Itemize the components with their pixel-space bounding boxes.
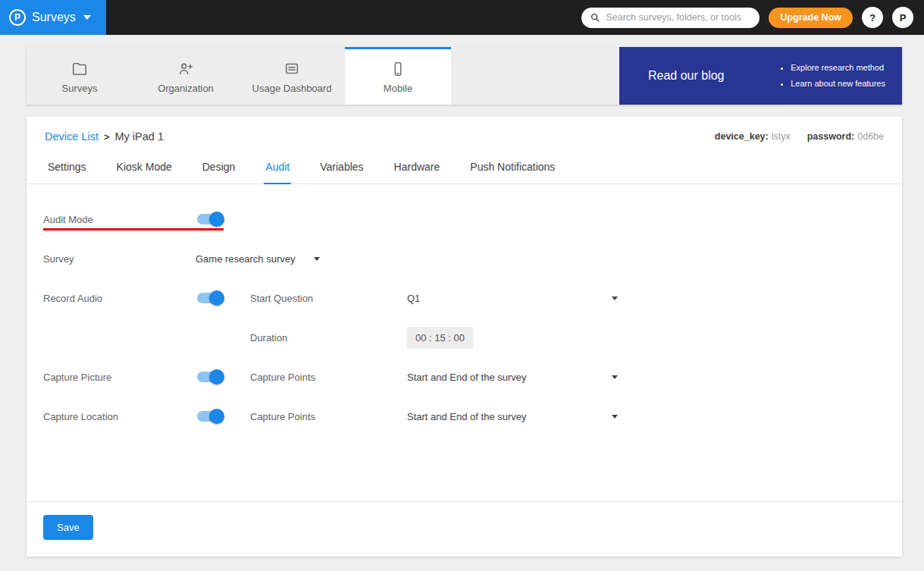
start-question-dropdown[interactable]: Q1 [407,293,618,304]
tab-variables[interactable]: Variables [318,152,365,184]
duration-label: Duration [250,332,407,344]
product-switcher[interactable]: P Surveys [0,0,106,35]
breadcrumb-separator-icon: > [104,131,110,143]
card-footer: Save [27,501,902,557]
breadcrumb: Device List > My iPad 1 [45,130,164,143]
start-question-label: Start Question [250,293,407,304]
tab-design[interactable]: Design [201,152,237,184]
blog-banner-title[interactable]: Read our blog [648,69,725,83]
global-search[interactable] [581,8,760,28]
record-audio-label: Record Audio [43,293,196,304]
nav-tab-mobile[interactable]: Mobile [345,47,451,105]
password-label: password: [807,131,855,142]
nav-tab-surveys[interactable]: Surveys [27,47,133,105]
record-audio-toggle[interactable] [197,293,223,303]
nav-tab-label: Usage Dashboard [252,83,332,94]
avatar[interactable]: P [892,7,913,28]
record-audio-row: Record Audio Start Question Q1 [43,278,885,318]
capture-location-toggle[interactable] [197,411,223,422]
tab-hardware[interactable]: Hardware [393,152,442,184]
capture-points-picture-dropdown[interactable]: Start and End of the survey [407,372,618,383]
capture-picture-label: Capture Picture [43,372,196,383]
tab-settings[interactable]: Settings [46,152,88,184]
folder-icon [71,61,88,77]
device-key-label: device_key: [715,131,769,142]
audit-mode-toggle[interactable] [197,214,223,224]
save-button[interactable]: Save [43,515,93,540]
breadcrumb-device-list-link[interactable]: Device List [45,130,99,143]
topbar: P Surveys Upgrade Now ? P [0,0,924,35]
password-value: 0d6be [857,131,884,142]
capture-picture-row: Capture Picture Capture Points Start and… [43,357,885,397]
card-header: Device List > My iPad 1 device_key:lstyx… [27,117,902,152]
chevron-down-icon [314,257,320,261]
capture-points-location-dropdown[interactable]: Start and End of the survey [407,411,618,422]
capture-location-label: Capture Location [43,411,196,422]
capture-picture-toggle[interactable] [197,372,223,382]
mobile-icon [390,61,406,77]
organization-icon [177,61,194,77]
capture-points-label: Capture Points [250,372,407,383]
chevron-down-icon [612,375,618,379]
tab-audit[interactable]: Audit [264,152,291,184]
audit-form: Audit Mode Survey Game research survey R… [27,184,902,501]
survey-label: Survey [43,253,196,265]
device-tabs: Settings Kiosk Mode Design Audit Variabl… [27,152,902,184]
tab-kiosk-mode[interactable]: Kiosk Mode [115,152,174,184]
nav-tab-usage-dashboard[interactable]: Usage Dashboard [239,47,345,105]
start-question-value: Q1 [407,293,420,304]
blog-banner-bullets: Explore research method Learn about new … [780,60,885,92]
device-password: password:0d6be [807,131,884,142]
capture-location-row: Capture Location Capture Points Start an… [43,397,885,436]
upgrade-button[interactable]: Upgrade Now [769,8,853,28]
blog-banner: Read our blog Explore research method Le… [619,47,902,105]
nav-tab-label: Mobile [384,83,412,94]
device-meta: device_key:lstyx password:0d6be [715,131,884,142]
nav-tab-label: Organization [158,83,214,94]
survey-dropdown[interactable]: Game research survey [196,253,618,265]
main-nav-tabs: Surveys Organization Usage Dashboard [27,47,451,105]
duration-row: Duration 00 : 15 : 00 [43,318,885,357]
page: Surveys Organization Usage Dashboard [0,35,924,557]
dashboard-icon [283,61,300,77]
audit-mode-row: Audit Mode [43,199,885,239]
search-input[interactable] [606,12,751,23]
device-card: Device List > My iPad 1 device_key:lstyx… [27,117,902,557]
capture-points-location-value: Start and End of the survey [407,411,527,422]
survey-value: Game research survey [196,253,296,265]
blog-banner-bullet: Learn about new features [791,76,885,92]
chevron-down-icon [612,296,618,300]
duration-input[interactable]: 00 : 15 : 00 [407,327,473,349]
audit-mode-label: Audit Mode [43,214,196,225]
chevron-down-icon [83,15,91,20]
topbar-actions: Upgrade Now ? P [581,7,924,28]
product-name: Surveys [32,11,76,24]
nav-tab-label: Surveys [62,83,98,94]
survey-row: Survey Game research survey [43,239,885,278]
capture-points-label: Capture Points [250,411,407,422]
chevron-down-icon [612,415,618,419]
search-icon [590,12,600,23]
annotation-underline [43,228,224,231]
help-button[interactable]: ? [862,7,883,28]
device-key: device_key:lstyx [715,131,791,142]
device-key-value: lstyx [772,131,791,142]
main-nav: Surveys Organization Usage Dashboard [27,47,902,105]
tab-push-notifications[interactable]: Push Notifications [468,152,556,184]
nav-tab-organization[interactable]: Organization [133,47,239,105]
capture-points-picture-value: Start and End of the survey [407,372,527,383]
blog-banner-bullet: Explore research method [791,60,885,76]
breadcrumb-current: My iPad 1 [115,130,164,143]
brand-logo-icon: P [9,9,26,26]
